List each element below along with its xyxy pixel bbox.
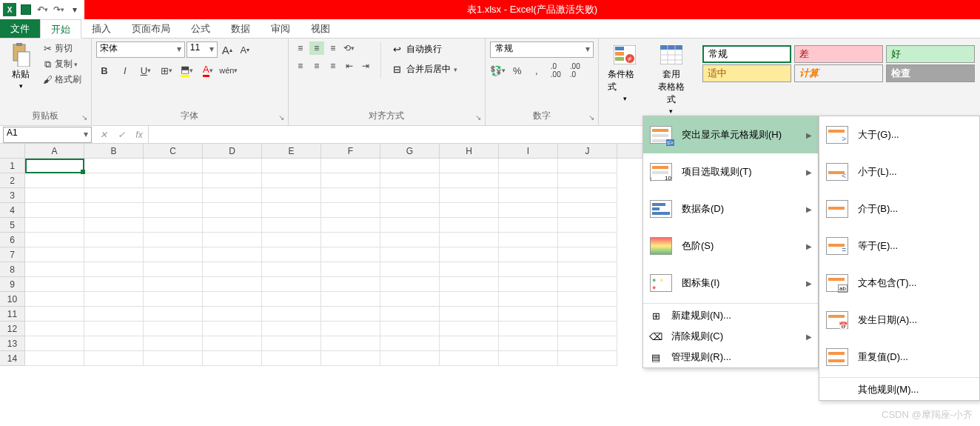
row-header[interactable]: 4: [0, 203, 25, 218]
cell[interactable]: [262, 307, 321, 322]
redo-button[interactable]: ↷: [52, 3, 65, 16]
cell[interactable]: [262, 247, 321, 262]
font-color-button[interactable]: A: [200, 62, 216, 79]
cancel-formula-button[interactable]: ✕: [95, 127, 113, 143]
cell[interactable]: [84, 173, 144, 188]
cell[interactable]: [499, 322, 558, 336]
cell[interactable]: [262, 262, 321, 277]
cell[interactable]: [203, 247, 262, 262]
cell[interactable]: [380, 247, 440, 262]
cell[interactable]: [25, 322, 84, 336]
format-as-table-button[interactable]: 套用 表格格式▾: [649, 41, 693, 116]
cell[interactable]: [203, 351, 262, 366]
cell[interactable]: [203, 218, 262, 233]
cell[interactable]: [558, 307, 617, 322]
cell[interactable]: [558, 218, 617, 233]
comma-button[interactable]: ,: [528, 62, 545, 79]
cell[interactable]: [321, 277, 380, 292]
cell[interactable]: [203, 173, 262, 188]
accounting-format-button[interactable]: 💱: [490, 62, 506, 79]
cell[interactable]: [144, 307, 203, 322]
row-header[interactable]: 12: [0, 322, 25, 336]
cell[interactable]: [499, 173, 558, 188]
cell[interactable]: [380, 307, 440, 322]
cell[interactable]: [321, 218, 380, 233]
style-bad[interactable]: 差: [794, 45, 883, 63]
border-button[interactable]: ⊞: [158, 62, 175, 79]
cell[interactable]: [262, 188, 321, 203]
number-launcher[interactable]: ↘: [586, 113, 597, 124]
tab-formulas[interactable]: 公式: [181, 19, 221, 38]
column-header[interactable]: J: [558, 144, 617, 158]
cell[interactable]: [84, 336, 144, 351]
menu-highlight-rules[interactable]: ≤> 突出显示单元格规则(H)▶: [643, 116, 818, 153]
cell[interactable]: [25, 173, 84, 188]
cell[interactable]: [380, 336, 440, 351]
cell[interactable]: [558, 173, 617, 188]
menu-text-contains[interactable]: ab 文本包含(T)...: [819, 264, 979, 302]
cell[interactable]: [25, 262, 84, 277]
menu-duplicate-values[interactable]: 重复值(D)...: [819, 339, 979, 376]
phonetic-button[interactable]: wén: [221, 62, 237, 79]
cell[interactable]: [499, 188, 558, 203]
style-neutral[interactable]: 适中: [702, 64, 791, 82]
cell[interactable]: [144, 336, 203, 351]
cell[interactable]: [144, 262, 203, 277]
number-format-select[interactable]: 常规: [490, 41, 594, 58]
cell[interactable]: [25, 218, 84, 233]
cell[interactable]: [440, 277, 499, 292]
font-name-select[interactable]: 宋体: [96, 41, 185, 58]
row-header[interactable]: 8: [0, 262, 25, 277]
tab-file[interactable]: 文件: [0, 19, 40, 38]
cell[interactable]: [440, 218, 499, 233]
cell[interactable]: [499, 351, 558, 366]
column-header[interactable]: F: [321, 144, 380, 158]
decrease-indent-button[interactable]: ⇤: [342, 59, 357, 73]
cell[interactable]: [558, 336, 617, 351]
style-calc[interactable]: 计算: [794, 64, 883, 82]
cell[interactable]: [84, 233, 144, 247]
format-painter-button[interactable]: 🖌格式刷: [40, 73, 83, 87]
cell[interactable]: [558, 292, 617, 307]
save-button[interactable]: [19, 3, 33, 16]
row-header[interactable]: 7: [0, 247, 25, 262]
tab-home[interactable]: 开始: [40, 19, 81, 39]
underline-button[interactable]: U: [138, 62, 154, 79]
cell[interactable]: [25, 292, 84, 307]
cell[interactable]: [25, 351, 84, 366]
cell[interactable]: [25, 277, 84, 292]
row-header[interactable]: 11: [0, 307, 25, 322]
row-header[interactable]: 1: [0, 159, 25, 173]
cell[interactable]: [321, 188, 380, 203]
percent-button[interactable]: %: [509, 62, 526, 79]
cell[interactable]: [558, 262, 617, 277]
tab-view[interactable]: 视图: [301, 19, 340, 38]
cell[interactable]: [203, 292, 262, 307]
align-left-button[interactable]: ≡: [293, 59, 308, 73]
cell[interactable]: [262, 218, 321, 233]
cell[interactable]: [380, 262, 440, 277]
cell[interactable]: [558, 203, 617, 218]
menu-top-rules[interactable]: ↑10 项目选取规则(T)▶: [643, 153, 818, 190]
align-top-button[interactable]: ≡: [293, 41, 308, 55]
cell[interactable]: [380, 173, 440, 188]
cell[interactable]: [321, 292, 380, 307]
cell[interactable]: [380, 351, 440, 366]
cell[interactable]: [499, 247, 558, 262]
bold-button[interactable]: B: [96, 62, 113, 79]
cell[interactable]: [499, 292, 558, 307]
cell[interactable]: [25, 203, 84, 218]
cell[interactable]: [440, 203, 499, 218]
cell[interactable]: [380, 188, 440, 203]
cell[interactable]: [380, 203, 440, 218]
decrease-font-button[interactable]: A▾: [237, 41, 253, 58]
alignment-launcher[interactable]: ↘: [473, 113, 483, 124]
enter-formula-button[interactable]: ✓: [113, 127, 130, 143]
menu-manage-rules[interactable]: ▤管理规则(R)...: [643, 347, 818, 367]
cell[interactable]: [84, 188, 144, 203]
align-center-button[interactable]: ≡: [309, 59, 324, 73]
cell[interactable]: [144, 188, 203, 203]
cell[interactable]: [380, 233, 440, 247]
italic-button[interactable]: I: [117, 62, 133, 79]
cell[interactable]: [203, 188, 262, 203]
